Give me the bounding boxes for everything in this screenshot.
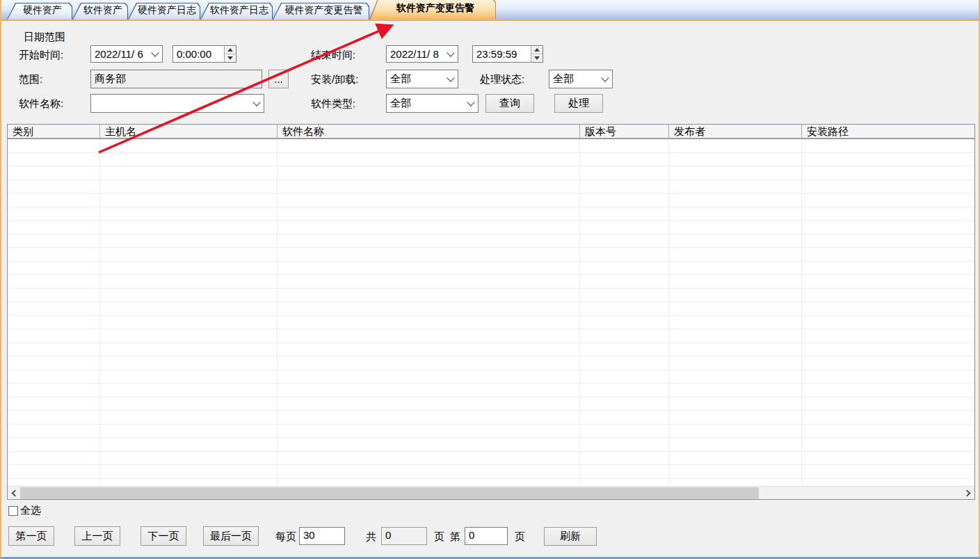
column-header-install-path[interactable]: 安装路径 [801,125,974,138]
process-status-label: 处理状态: [480,73,524,86]
table-row [8,221,974,235]
column-header-hostname[interactable]: 主机名 [99,125,277,138]
table-row [8,397,974,411]
date-range-group-label: 日期范围 [24,31,65,44]
chevron-down-icon[interactable] [444,70,458,88]
spinner-up-down-icon[interactable] [531,46,543,62]
software-type-label: 软件类型: [311,97,355,111]
table-row [8,180,974,194]
table-row [8,235,974,249]
tab-hardware-asset-log[interactable]: 硬件资产日志 [128,3,200,19]
chevron-down-icon[interactable] [250,95,264,112]
column-header-category[interactable]: 类别 [8,125,99,138]
table-row [8,207,974,221]
table-row [8,316,974,330]
chevron-down-icon[interactable] [598,70,612,88]
tab-software-asset-log[interactable]: 软件资产日志 [200,3,273,19]
start-time-spinner[interactable]: 0:00:00 [172,45,236,63]
scroll-right-icon[interactable] [962,487,974,499]
table-row [8,302,974,316]
table-row [8,465,974,479]
table-row [8,153,974,167]
end-date-picker[interactable]: 2022/11/ 8 [386,45,458,63]
table-row [8,194,974,207]
process-status-select[interactable]: 全部 [549,70,613,88]
start-date-picker[interactable]: 2022/11/ 6 [90,45,163,63]
table-row [8,275,974,289]
tab-hardware-asset-change-alert[interactable]: 硬件资产变更告警 [273,3,369,19]
column-header-version[interactable]: 版本号 [579,125,668,138]
end-time-spinner[interactable]: 23:59:59 [472,45,543,63]
refresh-button[interactable]: 刷新 [544,527,597,546]
query-button[interactable]: 查询 [485,94,534,113]
table-body [8,139,974,485]
table-row [8,289,974,303]
table-row [8,356,974,370]
current-unit-label: 页 [515,530,525,544]
scope-browse-button[interactable]: ... [268,70,289,88]
table-row [8,262,974,276]
chevron-down-icon[interactable] [464,95,478,112]
table-row [8,139,974,153]
table-row [8,452,974,466]
scrollbar-thumb[interactable] [20,487,759,499]
table-row [8,370,974,384]
install-uninstall-label: 安装/卸载: [311,73,358,86]
next-page-button[interactable]: 下一页 [140,526,186,546]
software-type-select[interactable]: 全部 [386,94,479,113]
prev-page-button[interactable]: 上一页 [74,526,120,546]
chevron-down-icon[interactable] [148,46,162,62]
start-time-label: 开始时间: [19,49,63,62]
per-page-label: 每页 [275,530,296,544]
select-all-checkbox[interactable] [8,506,18,516]
total-unit-label: 页 [434,530,444,544]
column-header-software-name[interactable]: 软件名称 [277,125,579,138]
select-all-row: 全选 [8,504,41,517]
table-header-row: 类别 主机名 软件名称 版本号 发布者 安装路径 [8,125,974,139]
table-row [8,343,974,357]
tab-software-assets[interactable]: 软件资产 [72,3,128,19]
tab-hardware-assets[interactable]: 硬件资产 [7,3,72,19]
process-button[interactable]: 处理 [554,94,603,113]
total-pages-field: 0 [381,527,427,545]
table-row [8,329,974,343]
select-all-label: 全选 [20,504,41,517]
table-row [8,438,974,452]
last-page-button[interactable]: 最后一页 [203,526,259,546]
software-change-table: 类别 主机名 软件名称 版本号 发布者 安装路径 [7,124,975,500]
tab-software-asset-change-alert[interactable]: 软件资产变更告警 [369,0,496,19]
scope-label: 范围: [19,73,42,86]
chevron-down-icon[interactable] [444,46,458,62]
spinner-up-down-icon[interactable] [224,46,236,62]
scroll-left-icon[interactable] [8,487,20,499]
tab-strip: 硬件资产 软件资产 硬件资产日志 软件资产日志 硬件资产变更告警 软件资产变更告… [1,0,979,21]
horizontal-scrollbar[interactable] [8,486,974,499]
current-page-input[interactable]: 0 [465,527,508,545]
software-name-combobox[interactable] [90,94,264,113]
table-row [8,411,974,425]
per-page-input[interactable]: 30 [299,527,345,545]
current-page-label: 第 [450,530,460,544]
end-time-label: 结束时间: [311,49,355,62]
total-label: 共 [366,530,376,544]
install-uninstall-select[interactable]: 全部 [386,70,458,88]
software-asset-alert-window: 硬件资产 软件资产 硬件资产日志 软件资产日志 硬件资产变更告警 软件资产变更告… [0,0,980,559]
table-row [8,384,974,397]
table-row [8,248,974,262]
table-row [8,479,974,486]
table-row [8,425,974,439]
column-header-publisher[interactable]: 发布者 [668,125,801,138]
first-page-button[interactable]: 第一页 [8,526,54,546]
scope-field[interactable]: 商务部 [90,70,262,88]
table-row [8,166,974,180]
software-name-label: 软件名称: [19,97,63,111]
